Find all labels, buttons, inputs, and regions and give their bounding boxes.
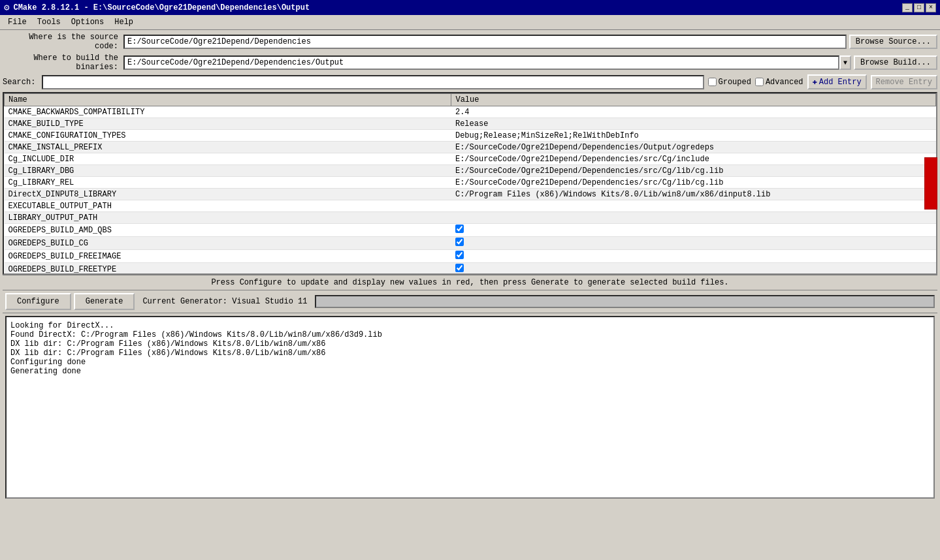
- add-icon: ✚: [813, 77, 817, 87]
- cell-value[interactable]: [451, 250, 936, 263]
- grouped-checkbox[interactable]: [708, 78, 717, 86]
- cell-name: OGREDEPS_BUILD_FREEIMAGE: [5, 250, 451, 263]
- table-row[interactable]: Cg_LIBRARY_RELE:/SourceCode/Ogre21Depend…: [5, 177, 936, 189]
- build-label: Where to build the binaries:: [3, 54, 123, 72]
- cell-value: C:/Program Files (x86)/Windows Kits/8.0/…: [451, 189, 936, 200]
- menu-options[interactable]: Options: [66, 16, 109, 28]
- table-row[interactable]: EXECUTABLE_OUTPUT_PATH: [5, 200, 936, 212]
- search-label: Search:: [3, 78, 35, 87]
- remove-entry-button[interactable]: Remove Entry: [871, 75, 937, 89]
- cell-name: Cg_INCLUDE_DIR: [5, 153, 451, 165]
- table-row[interactable]: OGREDEPS_BUILD_CG: [5, 237, 936, 250]
- cell-name: CMAKE_CONFIGURATION_TYPES: [5, 130, 451, 142]
- grouped-checkbox-label[interactable]: Grouped: [708, 78, 751, 87]
- cell-name: OGREDEPS_BUILD_AMD_QBS: [5, 224, 451, 237]
- cell-value[interactable]: [451, 224, 936, 237]
- cell-value[interactable]: [451, 237, 936, 250]
- table-row[interactable]: OGREDEPS_BUILD_AMD_QBS: [5, 224, 936, 237]
- cell-name: Cg_LIBRARY_REL: [5, 177, 451, 189]
- cell-name: DirectX_DINPUT8_LIBRARY: [5, 189, 451, 200]
- table-row[interactable]: DirectX_DINPUT8_LIBRARYC:/Program Files …: [5, 189, 936, 200]
- table-row[interactable]: OGREDEPS_BUILD_FREETYPE: [5, 263, 936, 275]
- cell-value: E:/SourceCode/Ogre21Depend/Dependencies/…: [451, 142, 936, 153]
- bottom-toolbar: Configure Generate Current Generator: Vi…: [3, 290, 937, 313]
- source-label: Where is the source code:: [3, 33, 123, 51]
- build-input[interactable]: [123, 55, 839, 70]
- search-input[interactable]: [42, 75, 704, 89]
- browse-build-button[interactable]: Browse Build...: [854, 55, 937, 70]
- menu-bar: File Tools Options Help: [0, 15, 940, 30]
- scroll-indicator: [924, 157, 937, 210]
- close-button[interactable]: ×: [926, 3, 936, 12]
- table-row[interactable]: CMAKE_BACKWARDS_COMPATIBILITY2.4: [5, 106, 936, 118]
- status-message: Press Configure to update and display ne…: [211, 278, 728, 287]
- title-bar: ⚙ CMake 2.8.12.1 - E:\SourceCode\Ogre21D…: [0, 0, 940, 15]
- cell-value: E:/SourceCode/Ogre21Depend/Dependencies/…: [451, 165, 936, 177]
- cell-value: [451, 212, 936, 224]
- cell-name: EXECUTABLE_OUTPUT_PATH: [5, 200, 451, 212]
- generator-label: Current Generator: Visual Studio 11: [137, 297, 307, 306]
- table-row[interactable]: OGREDEPS_BUILD_FREEIMAGE: [5, 250, 936, 263]
- cell-name: Cg_LIBRARY_DBG: [5, 165, 451, 177]
- cell-name: CMAKE_BACKWARDS_COMPATIBILITY: [5, 106, 451, 118]
- table-row[interactable]: Cg_LIBRARY_DBGE:/SourceCode/Ogre21Depend…: [5, 165, 936, 177]
- advanced-label: Advanced: [766, 78, 803, 87]
- cell-value[interactable]: [451, 263, 936, 275]
- build-dropdown-arrow[interactable]: ▼: [839, 55, 851, 70]
- table-row[interactable]: CMAKE_BUILD_TYPERelease: [5, 118, 936, 130]
- source-input[interactable]: [123, 35, 847, 49]
- cell-name: OGREDEPS_BUILD_FREETYPE: [5, 263, 451, 275]
- table-row[interactable]: CMAKE_INSTALL_PREFIXE:/SourceCode/Ogre21…: [5, 142, 936, 153]
- col-header-name: Name: [5, 94, 451, 106]
- menu-tools[interactable]: Tools: [32, 16, 66, 28]
- generate-button[interactable]: Generate: [74, 293, 135, 310]
- build-row: Where to build the binaries: ▼ Browse Bu…: [3, 54, 937, 72]
- menu-help[interactable]: Help: [109, 16, 138, 28]
- maximize-button[interactable]: □: [914, 3, 924, 12]
- row-checkbox[interactable]: [455, 251, 464, 259]
- cell-value: [451, 200, 936, 212]
- window-title: CMake 2.8.12.1 - E:\SourceCode\Ogre21Dep…: [13, 3, 310, 12]
- table-row[interactable]: Cg_INCLUDE_DIRE:/SourceCode/Ogre21Depend…: [5, 153, 936, 165]
- configure-button[interactable]: Configure: [5, 293, 71, 310]
- source-row: Where is the source code: Browse Source.…: [3, 33, 937, 51]
- advanced-checkbox-label[interactable]: Advanced: [755, 78, 803, 87]
- status-bar: Press Configure to update and display ne…: [3, 275, 937, 290]
- add-entry-button[interactable]: ✚ Add Entry: [807, 74, 867, 89]
- build-input-container: ▼: [123, 55, 851, 70]
- table-wrapper: Name Value CMAKE_BACKWARDS_COMPATIBILITY…: [3, 92, 937, 275]
- minimize-button[interactable]: _: [902, 3, 913, 12]
- entries-table: Name Value CMAKE_BACKWARDS_COMPATIBILITY…: [4, 93, 936, 275]
- cell-name: LIBRARY_OUTPUT_PATH: [5, 212, 451, 224]
- main-content: Where is the source code: Browse Source.…: [0, 30, 940, 504]
- entries-table-container[interactable]: Name Value CMAKE_BACKWARDS_COMPATIBILITY…: [3, 92, 937, 275]
- grouped-label: Grouped: [719, 78, 751, 87]
- row-checkbox[interactable]: [455, 264, 464, 272]
- advanced-checkbox[interactable]: [755, 78, 764, 86]
- app-icon: ⚙: [4, 2, 9, 13]
- cell-value: E:/SourceCode/Ogre21Depend/Dependencies/…: [451, 153, 936, 165]
- progress-bar: [315, 295, 935, 308]
- cell-value: Debug;Release;MinSizeRel;RelWithDebInfo: [451, 130, 936, 142]
- cell-value: E:/SourceCode/Ogre21Depend/Dependencies/…: [451, 177, 936, 189]
- window-controls[interactable]: _ □ ×: [902, 3, 936, 12]
- toolbar-row: Search: Grouped Advanced ✚ Add Entry Rem…: [3, 74, 937, 89]
- table-row[interactable]: LIBRARY_OUTPUT_PATH: [5, 212, 936, 224]
- menu-file[interactable]: File: [3, 16, 32, 28]
- cell-name: CMAKE_INSTALL_PREFIX: [5, 142, 451, 153]
- cell-name: CMAKE_BUILD_TYPE: [5, 118, 451, 130]
- row-checkbox[interactable]: [455, 225, 464, 233]
- col-header-value: Value: [451, 94, 936, 106]
- row-checkbox[interactable]: [455, 238, 464, 246]
- table-row[interactable]: CMAKE_CONFIGURATION_TYPESDebug;Release;M…: [5, 130, 936, 142]
- browse-source-button[interactable]: Browse Source...: [849, 35, 937, 49]
- cell-value: 2.4: [451, 106, 936, 118]
- output-area[interactable]: Looking for DirectX... Found DirectX: C:…: [5, 316, 935, 499]
- cell-name: OGREDEPS_BUILD_CG: [5, 237, 451, 250]
- cell-value: Release: [451, 118, 936, 130]
